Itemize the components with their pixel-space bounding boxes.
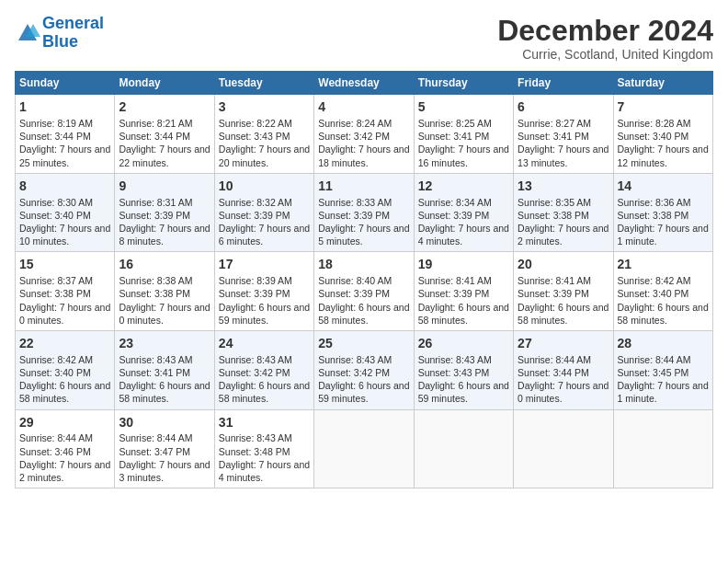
day-number: 11: [318, 178, 409, 195]
sunset-label: Sunset: 3:38 PM: [618, 210, 689, 221]
calendar-week-row: 8 Sunrise: 8:30 AM Sunset: 3:40 PM Dayli…: [16, 173, 713, 252]
month-title: December 2024: [497, 15, 713, 47]
calendar-week-row: 29 Sunrise: 8:44 AM Sunset: 3:46 PM Dayl…: [16, 409, 713, 488]
table-row: 24 Sunrise: 8:43 AM Sunset: 3:42 PM Dayl…: [214, 330, 313, 409]
sunrise-label: Sunrise: 8:34 AM: [418, 197, 492, 208]
day-number: 2: [119, 98, 210, 116]
header: General Blue December 2024 Currie, Scotl…: [15, 15, 713, 62]
daylight-label: Daylight: 7 hours and 13 minutes.: [518, 144, 609, 167]
sunrise-label: Sunrise: 8:39 AM: [219, 275, 292, 286]
table-row: [514, 409, 613, 488]
sunrise-label: Sunrise: 8:24 AM: [318, 118, 392, 129]
daylight-label: Daylight: 7 hours and 1 minute.: [618, 380, 709, 404]
daylight-label: Daylight: 6 hours and 59 minutes.: [318, 380, 409, 404]
day-number: 29: [19, 414, 110, 431]
day-number: 28: [618, 335, 709, 352]
day-number: 30: [119, 414, 210, 431]
daylight-label: Daylight: 7 hours and 18 minutes.: [318, 144, 409, 167]
daylight-label: Daylight: 6 hours and 58 minutes.: [518, 302, 609, 326]
day-number: 27: [518, 335, 609, 352]
daylight-label: Daylight: 7 hours and 2 minutes.: [518, 223, 609, 247]
day-number: 20: [518, 256, 609, 273]
table-row: [314, 409, 414, 488]
table-row: 25 Sunrise: 8:43 AM Sunset: 3:42 PM Dayl…: [314, 330, 414, 409]
table-row: 12 Sunrise: 8:34 AM Sunset: 3:39 PM Dayl…: [414, 173, 513, 252]
sunrise-label: Sunrise: 8:41 AM: [518, 275, 591, 286]
daylight-label: Daylight: 6 hours and 59 minutes.: [219, 302, 310, 326]
sunrise-label: Sunrise: 8:41 AM: [418, 275, 492, 286]
day-number: 25: [318, 335, 409, 352]
table-row: 10 Sunrise: 8:32 AM Sunset: 3:39 PM Dayl…: [214, 173, 313, 252]
daylight-label: Daylight: 7 hours and 0 minutes.: [19, 302, 110, 326]
sunset-label: Sunset: 3:39 PM: [219, 210, 290, 221]
logo-line2: Blue: [42, 32, 78, 51]
daylight-label: Daylight: 6 hours and 58 minutes.: [418, 302, 509, 326]
sunrise-label: Sunrise: 8:44 AM: [19, 432, 93, 443]
daylight-label: Daylight: 7 hours and 1 minute.: [618, 223, 709, 247]
sunrise-label: Sunrise: 8:33 AM: [318, 197, 392, 208]
logo-icon: [15, 20, 40, 46]
table-row: 11 Sunrise: 8:33 AM Sunset: 3:39 PM Dayl…: [314, 173, 414, 252]
sunrise-label: Sunrise: 8:42 AM: [618, 275, 691, 286]
day-number: 3: [219, 98, 310, 116]
table-row: 26 Sunrise: 8:43 AM Sunset: 3:43 PM Dayl…: [414, 330, 513, 409]
table-row: 14 Sunrise: 8:36 AM Sunset: 3:38 PM Dayl…: [613, 173, 712, 252]
table-row: 19 Sunrise: 8:41 AM Sunset: 3:39 PM Dayl…: [414, 252, 513, 331]
sunrise-label: Sunrise: 8:40 AM: [318, 275, 392, 286]
sunrise-label: Sunrise: 8:30 AM: [19, 197, 93, 208]
day-number: 17: [219, 256, 310, 273]
table-row: 8 Sunrise: 8:30 AM Sunset: 3:40 PM Dayli…: [16, 173, 115, 252]
sunrise-label: Sunrise: 8:25 AM: [418, 118, 492, 129]
col-friday: Friday: [514, 72, 613, 95]
sunrise-label: Sunrise: 8:38 AM: [119, 275, 192, 286]
sunset-label: Sunset: 3:47 PM: [119, 446, 190, 457]
daylight-label: Daylight: 7 hours and 4 minutes.: [219, 459, 310, 483]
day-number: 9: [119, 178, 210, 195]
table-row: 9 Sunrise: 8:31 AM Sunset: 3:39 PM Dayli…: [115, 173, 214, 252]
sunset-label: Sunset: 3:48 PM: [219, 446, 290, 457]
page: General Blue December 2024 Currie, Scotl…: [0, 0, 728, 563]
daylight-label: Daylight: 6 hours and 58 minutes.: [219, 380, 310, 404]
logo-line1: General: [42, 14, 104, 32]
table-row: [414, 409, 513, 488]
day-number: 14: [618, 178, 709, 195]
sunset-label: Sunset: 3:39 PM: [518, 288, 589, 299]
table-row: 5 Sunrise: 8:25 AM Sunset: 3:41 PM Dayli…: [414, 95, 513, 174]
table-row: 22 Sunrise: 8:42 AM Sunset: 3:40 PM Dayl…: [16, 330, 115, 409]
col-sunday: Sunday: [16, 72, 115, 95]
daylight-label: Daylight: 7 hours and 10 minutes.: [19, 223, 110, 247]
sunset-label: Sunset: 3:46 PM: [19, 446, 91, 457]
sunset-label: Sunset: 3:44 PM: [119, 131, 190, 142]
day-number: 8: [19, 178, 110, 195]
daylight-label: Daylight: 7 hours and 0 minutes.: [119, 302, 210, 326]
calendar-week-row: 22 Sunrise: 8:42 AM Sunset: 3:40 PM Dayl…: [16, 330, 713, 409]
sunset-label: Sunset: 3:44 PM: [19, 131, 91, 142]
table-row: 29 Sunrise: 8:44 AM Sunset: 3:46 PM Dayl…: [16, 409, 115, 488]
sunset-label: Sunset: 3:39 PM: [219, 288, 290, 299]
sunset-label: Sunset: 3:38 PM: [119, 288, 190, 299]
col-wednesday: Wednesday: [314, 72, 414, 95]
sunrise-label: Sunrise: 8:43 AM: [219, 432, 292, 443]
sunrise-label: Sunrise: 8:43 AM: [219, 354, 292, 365]
daylight-label: Daylight: 7 hours and 16 minutes.: [418, 144, 509, 167]
day-number: 21: [618, 256, 709, 273]
sunset-label: Sunset: 3:40 PM: [19, 367, 91, 378]
sunset-label: Sunset: 3:38 PM: [518, 210, 589, 221]
day-number: 22: [19, 335, 110, 352]
sunrise-label: Sunrise: 8:42 AM: [19, 354, 93, 365]
daylight-label: Daylight: 7 hours and 5 minutes.: [318, 223, 409, 247]
daylight-label: Daylight: 7 hours and 2 minutes.: [19, 459, 110, 483]
calendar-table: Sunday Monday Tuesday Wednesday Thursday…: [15, 71, 713, 488]
daylight-label: Daylight: 7 hours and 8 minutes.: [119, 223, 210, 247]
col-saturday: Saturday: [613, 72, 712, 95]
sunset-label: Sunset: 3:43 PM: [219, 131, 290, 142]
daylight-label: Daylight: 7 hours and 22 minutes.: [119, 144, 210, 167]
col-monday: Monday: [115, 72, 214, 95]
day-number: 1: [19, 98, 110, 116]
sunset-label: Sunset: 3:40 PM: [618, 131, 689, 142]
logo: General Blue: [15, 15, 104, 52]
sunrise-label: Sunrise: 8:27 AM: [518, 118, 591, 129]
daylight-label: Daylight: 6 hours and 58 minutes.: [19, 380, 110, 404]
daylight-label: Daylight: 7 hours and 6 minutes.: [219, 223, 310, 247]
table-row: 18 Sunrise: 8:40 AM Sunset: 3:39 PM Dayl…: [314, 252, 414, 331]
